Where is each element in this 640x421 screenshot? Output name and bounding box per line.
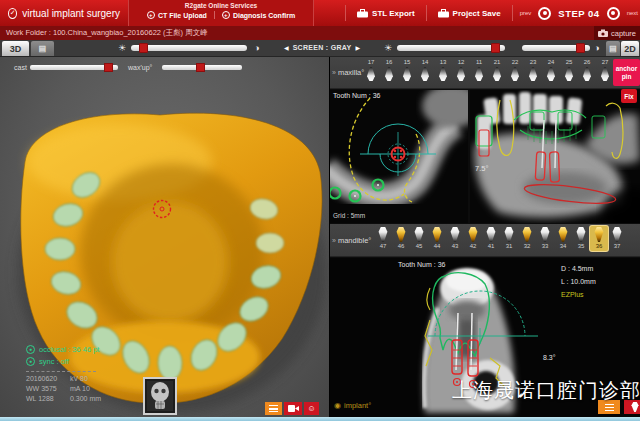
tooth-36[interactable]: 36: [590, 226, 608, 251]
tooth-34[interactable]: 34: [554, 226, 572, 251]
project-save-button[interactable]: Project Save: [434, 9, 505, 18]
tooth-icon: [594, 227, 604, 242]
slider-handle[interactable]: [491, 43, 500, 53]
tooth-17[interactable]: 17: [362, 58, 380, 82]
project-save-label: Project Save: [453, 9, 501, 18]
tooth-icon: [378, 227, 388, 242]
tooth-45[interactable]: 45: [410, 226, 428, 251]
bottom-border: [0, 417, 640, 421]
cast-opacity-slider[interactable]: [30, 65, 118, 70]
implant-layer-label[interactable]: ◉ implant°: [334, 401, 371, 410]
next-label: next: [627, 10, 638, 16]
brightness-slider-left[interactable]: [131, 45, 247, 51]
briefcase-icon: [357, 9, 368, 18]
mandible-label-text: mandible°: [338, 236, 371, 245]
tooth-12[interactable]: 12: [452, 58, 470, 82]
fix-button[interactable]: Fix: [621, 89, 637, 103]
tooth-11[interactable]: 11: [470, 58, 488, 82]
plus-circle-icon: +: [147, 11, 155, 19]
tooth-24[interactable]: 24: [542, 58, 560, 82]
tooth-35[interactable]: 35: [572, 226, 590, 251]
layers-tab[interactable]: ▤: [31, 41, 54, 56]
smile-view-button[interactable]: ☺: [304, 402, 319, 415]
mandible-tooth-row: » mandible° 4746454443424131323334353637: [330, 224, 640, 257]
slider-handle[interactable]: [104, 63, 113, 72]
divider: [426, 5, 427, 21]
tooth-number: 43: [452, 243, 459, 250]
record-video-button[interactable]: [284, 402, 302, 415]
tooth-46[interactable]: 46: [392, 226, 410, 251]
tooth-icon: [612, 227, 622, 242]
tooth-21[interactable]: 21: [488, 58, 506, 82]
tooth-15[interactable]: 15: [398, 58, 416, 82]
axial-ct-view[interactable]: Tooth Num : 36 Grid : 5mm: [330, 90, 468, 223]
tooth-number: 16: [386, 59, 393, 66]
slider-handle[interactable]: [576, 43, 585, 53]
tooth-47[interactable]: 47: [374, 226, 392, 251]
fix-label: Fix: [624, 93, 633, 100]
divider: [214, 11, 215, 19]
tooth-25[interactable]: 25: [560, 58, 578, 82]
tooth-32[interactable]: 32: [518, 226, 536, 251]
ct-panel: » maxilla° 1716151413121121222324252627 …: [330, 57, 640, 417]
implant-length: L : 10.0mm: [561, 275, 596, 288]
prev-screen-arrow[interactable]: ◀: [284, 44, 289, 51]
scan-param-row: WL 12880.300 mm: [26, 395, 146, 405]
tooth-number: 41: [488, 243, 495, 250]
brightness-icon: ☀: [384, 43, 392, 53]
contrast-icon: ◑: [254, 43, 259, 53]
slider-handle[interactable]: [196, 63, 205, 72]
anchor-pin-button[interactable]: anchor pin: [613, 59, 640, 86]
3d-viewport[interactable]: cast wax'up° ●occlusal : 36 46 pt●sync :…: [0, 57, 329, 417]
expander-icon: »: [332, 69, 336, 76]
next-screen-arrow[interactable]: ▶: [356, 44, 361, 51]
tooth-14[interactable]: 14: [416, 58, 434, 82]
tooth-23[interactable]: 23: [524, 58, 542, 82]
tooth-43[interactable]: 43: [446, 226, 464, 251]
tooth-27[interactable]: 27: [596, 58, 614, 82]
tooth-icon: [396, 227, 406, 242]
menu-button[interactable]: [265, 402, 282, 415]
brightness-icon: ☀: [118, 43, 126, 53]
prev-step-button[interactable]: [538, 7, 551, 20]
check-circle-icon: ✓: [8, 8, 17, 19]
tooth-number: 24: [548, 59, 555, 66]
tooth-icon: [493, 67, 502, 81]
brightness-slider-right[interactable]: [397, 45, 505, 51]
tooth-16[interactable]: 16: [380, 58, 398, 82]
tab-2d[interactable]: 2D: [621, 41, 639, 56]
mandible-label[interactable]: » mandible°: [332, 236, 371, 245]
tooth-31[interactable]: 31: [500, 226, 518, 251]
scan-param-row: 20160620kV 80: [26, 375, 146, 385]
layers-tab[interactable]: ▤: [606, 41, 620, 56]
maxilla-label[interactable]: » maxilla°: [332, 68, 364, 77]
tooth-44[interactable]: 44: [428, 226, 446, 251]
tooth-icon: [432, 227, 442, 242]
panoramic-ct-view[interactable]: 7.5°: [470, 90, 640, 223]
tooth-icon: [576, 227, 586, 242]
tooth-number: 22: [512, 59, 519, 66]
diagnosis-confirm-button[interactable]: + Diagnosis Confirm: [219, 10, 298, 20]
slider-handle[interactable]: [139, 43, 148, 53]
patient-photo-thumbnail[interactable]: [143, 377, 177, 415]
tooth-13[interactable]: 13: [434, 58, 452, 82]
scan-param-row: WW 3575mA 10: [26, 385, 146, 395]
tooth-icon: [367, 67, 376, 81]
tab-3d[interactable]: 3D: [2, 41, 29, 56]
tooth-41[interactable]: 41: [482, 226, 500, 251]
stl-export-button[interactable]: STL Export: [353, 9, 419, 18]
tooth-42[interactable]: 42: [464, 226, 482, 251]
tooth-33[interactable]: 33: [536, 226, 554, 251]
tooth-icon: [540, 227, 550, 242]
tooth-number: 46: [398, 243, 405, 250]
capture-button[interactable]: capture: [594, 26, 640, 40]
next-step-button[interactable]: [607, 7, 620, 20]
tooth-26[interactable]: 26: [578, 58, 596, 82]
contrast-slider-right[interactable]: [522, 45, 590, 51]
ct-file-upload-button[interactable]: + CT File Upload: [144, 10, 210, 20]
tooth-37[interactable]: 37: [608, 226, 626, 251]
tooth-icon: [414, 227, 424, 242]
tooth-icon: [439, 67, 448, 81]
tooth-22[interactable]: 22: [506, 58, 524, 82]
waxup-opacity-slider[interactable]: [162, 65, 242, 70]
